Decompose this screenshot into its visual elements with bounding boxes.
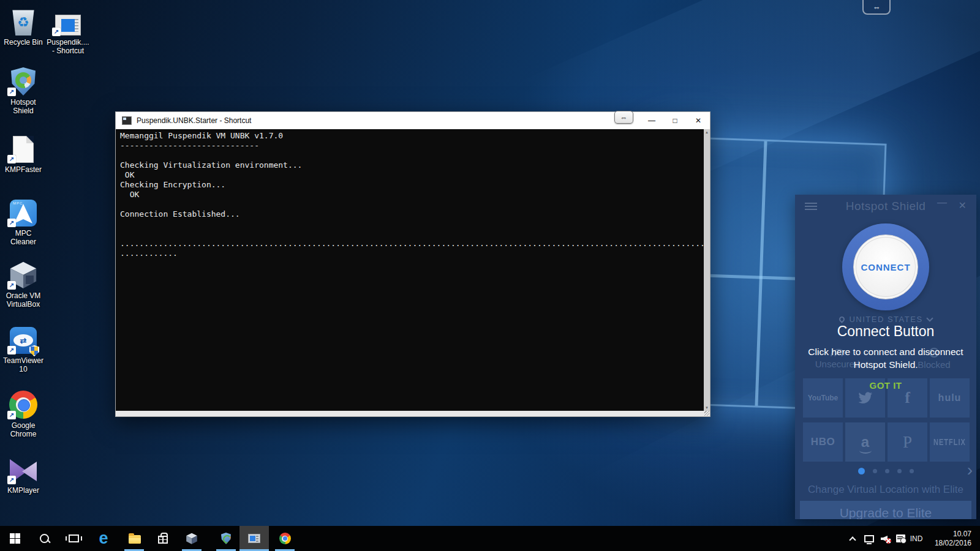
upgrade-to-elite-button[interactable]: Upgrade to Elite [800, 501, 971, 519]
tile-netflix[interactable]: NETFLIX [930, 422, 970, 462]
console-line: Checking Virtualization environment... [120, 160, 704, 170]
folder-icon [129, 535, 141, 544]
page-dot[interactable] [885, 469, 889, 473]
facebook-logo: f [905, 389, 910, 407]
twitter-logo [858, 392, 873, 404]
shortcut-arrow-icon: ↗ [7, 219, 16, 227]
tile-pandora[interactable]: P [888, 422, 927, 462]
desktop-icon-recycle-bin[interactable]: ♻ Recycle Bin [1, 5, 45, 47]
console-line: ----------------------------- [120, 141, 704, 151]
console-text: Memanggil Puspendik VM UNBK v1.7.0 -----… [116, 129, 704, 411]
location-label: UNITED STATES [849, 315, 922, 324]
virtualbox-icon [186, 533, 198, 545]
desktop-icon-label: Oracle VM VirtualBox [6, 291, 41, 309]
minimize-button[interactable]: — [640, 112, 663, 129]
virtual-location-selector[interactable]: UNITED STATES [795, 315, 976, 324]
youtube-logo: YouTube [808, 394, 839, 402]
language-indicator: IND [910, 534, 923, 543]
pagination-dots [795, 468, 976, 474]
tray-clock[interactable]: 10.07 18/02/2016 [935, 526, 971, 551]
close-button[interactable]: ✕ [687, 112, 710, 129]
document-icon [13, 136, 34, 163]
tray-language[interactable]: IND [907, 526, 926, 551]
desktop-icon-puspendik-shortcut[interactable]: ↗ Puspendik.... - Shortcut [46, 5, 90, 55]
start-button[interactable] [1, 526, 29, 551]
page-dot[interactable] [897, 469, 902, 473]
console-line [120, 151, 704, 160]
tile-hbo[interactable]: HBO [803, 422, 843, 462]
resize-grip[interactable] [704, 411, 709, 416]
taskbar-store[interactable] [149, 526, 177, 551]
scroll-up-icon[interactable]: ▲ [705, 129, 709, 135]
edge-icon: e [99, 530, 108, 547]
taskbar-virtualbox[interactable] [178, 526, 206, 551]
location-pin-icon [839, 315, 846, 323]
task-view-button[interactable] [59, 526, 88, 551]
connect-label: CONNECT [861, 262, 910, 272]
taskbar-chrome[interactable] [271, 526, 299, 551]
clock-time: 10.07 [953, 530, 971, 539]
desktop-icon-hotspot-shield[interactable]: ↗ Hotspot Shield [1, 65, 45, 115]
scroll-down-icon[interactable]: ▼ [705, 405, 709, 411]
console-window: Puspendik.UNBK.Starter - Shortcut — □ ✕ … [115, 111, 710, 417]
vertical-scrollbar[interactable]: ▲ ▼ [704, 129, 710, 411]
desktop-icon-kmpfaster[interactable]: ↗ KMPFaster [1, 132, 45, 174]
tray-show-hidden-icons[interactable] [844, 526, 861, 551]
console-line: ........................................… [120, 239, 704, 249]
panel-close-button[interactable]: ✕ [959, 200, 967, 211]
streaming-tiles-grid: YouTube f hulu HBO a P NETFLIX [803, 378, 968, 462]
shortcut-arrow-icon: ↗ [7, 476, 16, 484]
console-output: Memanggil Puspendik VM UNBK v1.7.0 -----… [116, 129, 710, 416]
taskbar-file-explorer[interactable] [121, 526, 149, 551]
taskbar-search-button[interactable] [31, 526, 59, 551]
network-icon [864, 535, 874, 542]
hotspot-shield-panel: Hotspot Shield — ✕ CONNECT UNITED STATES… [795, 195, 976, 519]
desktop-icon-label: KMPFaster [5, 165, 42, 174]
maximize-button[interactable]: □ [663, 112, 687, 129]
desktop-icon-chrome[interactable]: ↗ Google Chrome [1, 388, 45, 438]
taskbar: e IND 10.07 18/02/2016 [0, 526, 980, 551]
tooltip-body: Click here to connect and disconnect Hot… [801, 345, 970, 371]
console-window-icon [248, 534, 260, 543]
connect-button[interactable]: CONNECT [853, 234, 918, 299]
horizontal-scrollbar[interactable] [116, 411, 710, 416]
console-line: Memanggil Puspendik VM UNBK v1.7.0 [120, 131, 704, 141]
taskbar-edge[interactable]: e [89, 526, 118, 551]
chevron-up-icon [849, 536, 856, 543]
shortcut-arrow-icon: ↗ [7, 88, 16, 96]
taskbar-console-active[interactable] [239, 526, 269, 551]
resize-horizontal-icon: ⇔ [873, 2, 881, 12]
task-view-icon [69, 534, 79, 542]
windows-logo-icon [10, 533, 20, 544]
console-line [120, 200, 704, 209]
desktop-icon-virtualbox[interactable]: ↗ Oracle VM VirtualBox [1, 258, 45, 309]
desktop-icon-kmplayer[interactable]: ↗ KMPlayer [1, 453, 45, 495]
console-line [120, 219, 704, 229]
desktop-icon-label: KMPlayer [7, 486, 39, 495]
elite-promo-text: Change Virtual Location with Elite [795, 484, 976, 496]
console-line [120, 229, 704, 239]
desktop-icon-label: MPC Cleaner [1, 229, 45, 246]
page-dot[interactable] [910, 469, 914, 473]
console-line: ............ [120, 249, 704, 258]
panel-title: Hotspot Shield [795, 200, 976, 213]
resize-cursor-icon: ⇔ [614, 111, 633, 124]
next-page-chevron-icon[interactable]: › [967, 460, 973, 480]
got-it-button[interactable]: GOT IT [795, 380, 976, 391]
tile-amazon[interactable]: a [845, 422, 885, 462]
panel-minimize-button[interactable]: — [937, 197, 947, 208]
netflix-logo: NETFLIX [933, 437, 966, 447]
hbo-logo: HBO [811, 436, 835, 448]
desktop-icon-label: Google Chrome [10, 421, 37, 438]
screen-edge-resize-widget[interactable]: ⇔ [862, 0, 891, 15]
taskbar-hotspot-shield[interactable] [212, 526, 240, 551]
page-dot[interactable] [873, 469, 877, 473]
desktop-icon-label: Hotspot Shield [10, 98, 36, 115]
console-line: Connection Established... [120, 209, 704, 219]
page-dot[interactable] [858, 468, 865, 474]
window-title: Puspendik.UNBK.Starter - Shortcut [137, 116, 251, 125]
hotspot-shield-icon [221, 533, 231, 544]
recycle-bin-icon: ♻ [11, 7, 36, 36]
desktop-icon-mpc-cleaner[interactable]: ↗ MPC Cleaner [1, 196, 45, 246]
desktop-icon-teamviewer[interactable]: ⇄ ↗ TeamViewer 10 [1, 323, 45, 373]
